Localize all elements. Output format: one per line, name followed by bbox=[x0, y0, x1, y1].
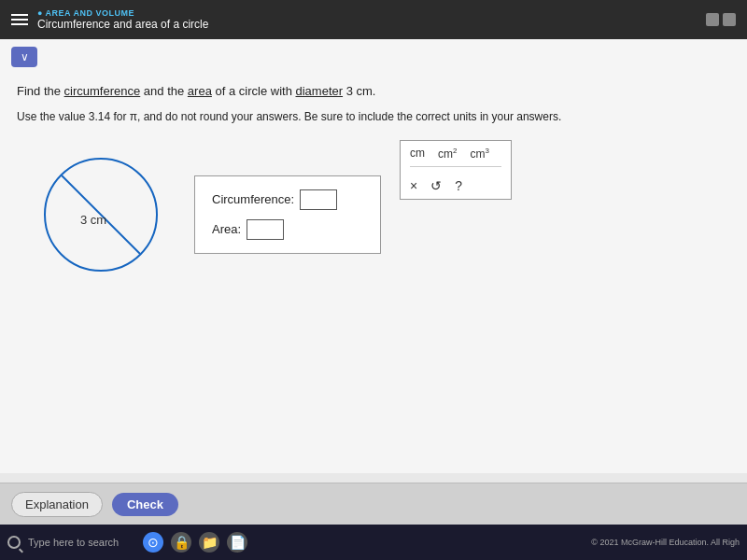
area-row: Area: bbox=[212, 219, 363, 240]
diagram-row: 3 cm Circumference: Area: cm cm2 bbox=[17, 140, 730, 289]
problem-mid1: and the bbox=[144, 84, 188, 98]
copyright-text: © 2021 McGraw-Hill Education. All Righ bbox=[591, 538, 740, 547]
main-content: ∨ Find the circumference and the area of… bbox=[0, 39, 747, 473]
dropdown-button[interactable]: ∨ bbox=[11, 47, 37, 67]
section-label: ● AREA AND VOLUME bbox=[37, 8, 208, 18]
taskbar-icon-1[interactable]: 🔒 bbox=[171, 532, 191, 553]
circumference-input[interactable] bbox=[300, 189, 337, 210]
maximize-button[interactable] bbox=[723, 13, 736, 26]
taskbar-search: Type here to search bbox=[7, 536, 119, 549]
hamburger-menu[interactable] bbox=[11, 14, 28, 25]
problem-mid3: 3 cm. bbox=[346, 84, 376, 98]
chrome-icon[interactable]: ⊙ bbox=[143, 532, 163, 553]
taskbar-search-text[interactable]: Type here to search bbox=[28, 537, 119, 548]
unit-cm3[interactable]: cm3 bbox=[470, 147, 488, 161]
symbol-help[interactable]: ? bbox=[455, 178, 462, 193]
problem-mid2: of a circle with bbox=[216, 84, 296, 98]
area-input[interactable] bbox=[247, 219, 284, 240]
units-panel: cm cm2 cm3 × ↺ ? bbox=[400, 140, 512, 200]
problem-area: Find the circumference and the area of a… bbox=[0, 75, 747, 297]
circumference-label: Circumference: bbox=[212, 192, 294, 206]
problem-pre: Find the bbox=[17, 84, 64, 98]
search-icon bbox=[7, 536, 21, 549]
explanation-button[interactable]: Explanation bbox=[11, 492, 103, 517]
circumference-row: Circumference: bbox=[212, 189, 363, 210]
window-controls bbox=[706, 13, 736, 26]
dropdown-area: ∨ bbox=[0, 39, 747, 75]
svg-text:3 cm: 3 cm bbox=[80, 213, 106, 227]
area-label: Area: bbox=[212, 222, 241, 236]
top-bar: ● AREA AND VOLUME Circumference and area… bbox=[0, 0, 747, 39]
problem-text: Find the circumference and the area of a… bbox=[17, 82, 730, 101]
taskbar-icons: ⊙ 🔒 📁 📄 bbox=[143, 532, 247, 553]
check-button[interactable]: Check bbox=[112, 493, 178, 516]
diameter-word: diameter bbox=[296, 84, 344, 98]
symbol-x[interactable]: × bbox=[410, 178, 417, 193]
taskbar-icon-3[interactable]: 📄 bbox=[227, 532, 247, 553]
instructions-text: Use the value 3.14 for π, and do not rou… bbox=[17, 108, 730, 125]
circumference-word: circumference bbox=[64, 84, 141, 98]
circle-diagram: 3 cm bbox=[26, 140, 176, 289]
input-panel: Circumference: Area: bbox=[194, 175, 381, 254]
minimize-button[interactable] bbox=[706, 13, 719, 26]
unit-cm[interactable]: cm bbox=[410, 147, 425, 161]
taskbar: Type here to search ⊙ 🔒 📁 📄 © 2021 McGra… bbox=[0, 525, 747, 560]
symbols-row: × ↺ ? bbox=[410, 175, 501, 193]
symbol-undo[interactable]: ↺ bbox=[430, 178, 442, 193]
unit-cm2[interactable]: cm2 bbox=[438, 147, 457, 161]
bottom-bar: Explanation Check bbox=[0, 483, 747, 525]
units-row: cm cm2 cm3 bbox=[410, 147, 501, 167]
title-area: ● AREA AND VOLUME Circumference and area… bbox=[37, 8, 208, 31]
area-word: area bbox=[188, 84, 212, 98]
taskbar-icon-2[interactable]: 📁 bbox=[199, 532, 219, 553]
page-title: Circumference and area of a circle bbox=[37, 18, 208, 31]
